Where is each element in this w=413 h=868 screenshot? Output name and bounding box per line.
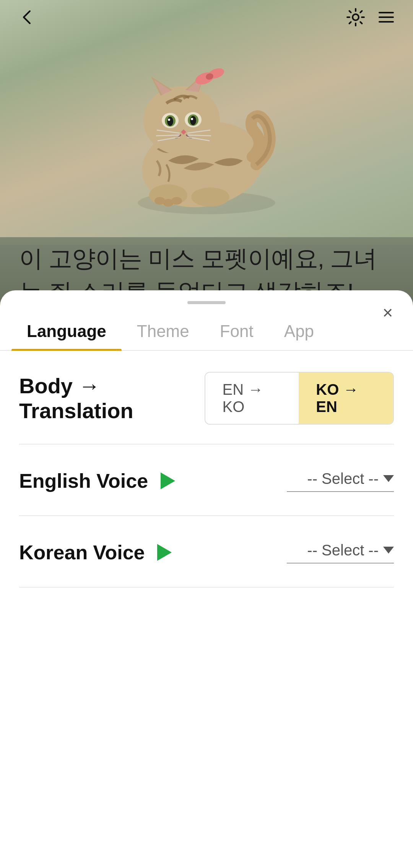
korean-voice-label: Korean Voice bbox=[19, 541, 145, 564]
english-voice-label-group: English Voice bbox=[19, 469, 176, 492]
korean-voice-dropdown-arrow-icon bbox=[383, 547, 394, 554]
close-button[interactable]: × bbox=[376, 301, 399, 324]
toggle-ko-en[interactable]: KO → EN bbox=[299, 373, 393, 424]
svg-point-21 bbox=[191, 118, 193, 120]
toggle-en-ko[interactable]: EN → KO bbox=[205, 373, 299, 424]
svg-point-19 bbox=[190, 116, 196, 125]
english-voice-select[interactable]: -- Select -- bbox=[287, 470, 394, 492]
korean-voice-select[interactable]: -- Select -- bbox=[287, 542, 394, 563]
image-area bbox=[0, 0, 413, 245]
back-button[interactable] bbox=[15, 6, 38, 29]
bottom-sheet: × Language Theme Font App Body → Transla… bbox=[0, 290, 413, 868]
translation-toggle: EN → KO KO → EN bbox=[205, 372, 394, 425]
svg-point-0 bbox=[353, 14, 359, 20]
settings-button[interactable] bbox=[344, 6, 367, 29]
tab-language[interactable]: Language bbox=[11, 314, 122, 350]
korean-voice-play-button[interactable] bbox=[154, 543, 173, 562]
english-voice-select-text: -- Select -- bbox=[307, 470, 379, 487]
tab-theme[interactable]: Theme bbox=[122, 314, 205, 350]
english-voice-dropdown-arrow-icon bbox=[383, 475, 394, 482]
content-area: Body → Translation EN → KO KO → EN Engli… bbox=[0, 351, 413, 588]
translation-label: Body → Translation bbox=[19, 373, 205, 423]
svg-point-33 bbox=[171, 197, 182, 205]
svg-point-30 bbox=[191, 187, 229, 207]
korean-voice-label-group: Korean Voice bbox=[19, 541, 173, 564]
sheet-handle bbox=[187, 301, 226, 304]
top-bar-actions bbox=[344, 6, 398, 29]
tab-app[interactable]: App bbox=[269, 314, 329, 350]
top-bar bbox=[0, 0, 413, 34]
svg-point-20 bbox=[168, 119, 170, 121]
translation-row: Body → Translation EN → KO KO → EN bbox=[19, 351, 394, 445]
english-voice-play-button[interactable] bbox=[157, 471, 176, 490]
english-voice-row: English Voice -- Select -- bbox=[19, 445, 394, 516]
cat-illustration bbox=[107, 50, 306, 218]
korean-play-triangle-icon bbox=[157, 544, 172, 561]
svg-point-18 bbox=[167, 117, 173, 126]
korean-voice-row: Korean Voice -- Select -- bbox=[19, 516, 394, 588]
korean-voice-select-text: -- Select -- bbox=[307, 542, 379, 559]
menu-button[interactable] bbox=[375, 6, 398, 29]
tab-bar: Language Theme Font App bbox=[0, 314, 413, 351]
tab-font[interactable]: Font bbox=[205, 314, 269, 350]
english-play-triangle-icon bbox=[161, 472, 175, 489]
english-voice-label: English Voice bbox=[19, 469, 148, 492]
sheet-handle-area bbox=[0, 290, 413, 310]
